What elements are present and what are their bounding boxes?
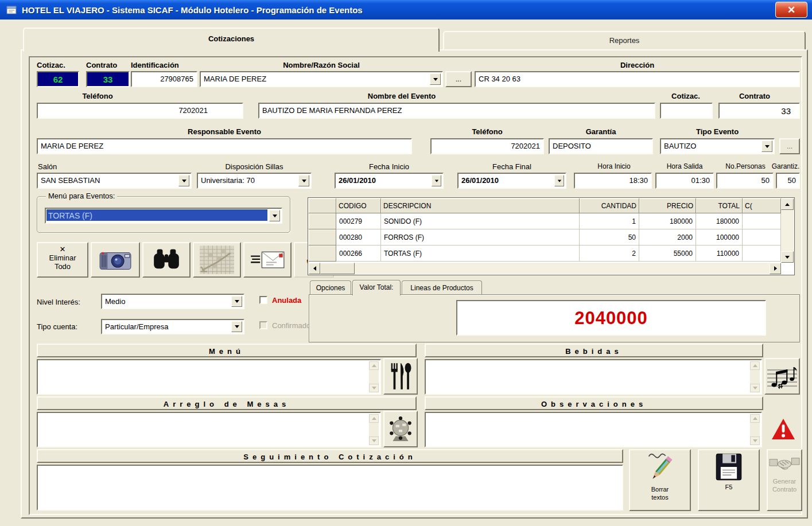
- grid-cell-extra[interactable]: [743, 229, 781, 246]
- tipo-evento-browse-button[interactable]: ...: [779, 138, 800, 154]
- grid-cell-codigo[interactable]: 000280: [336, 229, 381, 246]
- arreglo-button[interactable]: [383, 411, 418, 447]
- grid-cell-extra[interactable]: [743, 246, 781, 262]
- scroll-up-button[interactable]: [750, 361, 760, 370]
- salon-combo[interactable]: SAN SEBASTIAN: [37, 173, 192, 189]
- contrato2-field[interactable]: 33: [718, 103, 800, 119]
- salon-dropdown-button[interactable]: [178, 175, 189, 186]
- fecha-inicio-picker[interactable]: 26/01/2010: [335, 173, 444, 189]
- grid-cell-codigo[interactable]: 000279: [336, 213, 381, 229]
- hora-inicio-field[interactable]: 18:30: [574, 173, 652, 189]
- scroll-down-button[interactable]: [369, 384, 379, 392]
- disposicion-dropdown-button[interactable]: [298, 175, 309, 186]
- nombre-evento-field[interactable]: BAUTIZO DE MARIA FERNANDA PEREZ: [258, 103, 655, 119]
- nivel-interes-combo[interactable]: Medio: [101, 294, 244, 309]
- grid-scroll-down-button[interactable]: [781, 251, 794, 263]
- report-button[interactable]: [193, 242, 241, 278]
- grid-cell-total[interactable]: 180000: [696, 213, 743, 229]
- menu-eventos-combo[interactable]: TORTAS (F): [45, 208, 282, 224]
- scroll-up-button[interactable]: [369, 361, 379, 370]
- grid-hscroll-thumb[interactable]: [320, 263, 355, 274]
- grid-header-cantidad[interactable]: CANTIDAD: [580, 198, 639, 213]
- scroll-up-button[interactable]: [750, 414, 760, 423]
- fecha-inicio-dropdown-button[interactable]: [432, 175, 441, 186]
- grid-cell-cantidad[interactable]: 50: [580, 229, 639, 246]
- menu-textarea[interactable]: [37, 359, 381, 395]
- menu-scrollbar[interactable]: [369, 361, 379, 392]
- grid-row-selector[interactable]: [309, 229, 336, 246]
- grid-header-codigo[interactable]: CODIGO: [336, 198, 381, 213]
- garantiz-field[interactable]: 50: [776, 173, 800, 189]
- seguimiento-textarea[interactable]: [37, 465, 623, 511]
- fecha-final-dropdown-button[interactable]: [554, 175, 564, 186]
- bebidas-button[interactable]: [764, 358, 800, 395]
- close-button[interactable]: ✕: [775, 2, 807, 18]
- grid-header-extra[interactable]: C(: [743, 198, 781, 213]
- hora-salida-field[interactable]: 01:30: [655, 173, 714, 189]
- cotizac2-field[interactable]: [660, 103, 713, 119]
- grid-cell-precio[interactable]: 2000: [639, 229, 696, 246]
- scroll-down-button[interactable]: [750, 384, 760, 392]
- telefono2-field[interactable]: 7202021: [430, 138, 544, 154]
- observaciones-textarea[interactable]: [425, 412, 762, 447]
- nombre-browse-button[interactable]: ...: [445, 71, 472, 87]
- tipo-cuenta-combo[interactable]: Particular/Empresa: [101, 319, 244, 334]
- tab-cotizaciones[interactable]: Cotizaciones: [23, 28, 440, 52]
- grid-cell-cantidad[interactable]: 2: [580, 246, 639, 262]
- observaciones-scrollbar[interactable]: [750, 414, 760, 445]
- identificacion-field[interactable]: 27908765: [131, 71, 197, 87]
- grid-scroll-up-button[interactable]: [781, 198, 794, 210]
- tipo-evento-dropdown-button[interactable]: [762, 141, 772, 152]
- grid-scroll-right-button[interactable]: [770, 263, 781, 274]
- grid-cell-descripcion[interactable]: TORTAS (F): [381, 246, 580, 262]
- grid-header-descripcion[interactable]: DESCRIPCION: [381, 198, 580, 213]
- menu-button[interactable]: [383, 358, 418, 395]
- tab-valor-total[interactable]: Valor Total:: [352, 280, 401, 295]
- observaciones-warning-button[interactable]: [767, 411, 800, 447]
- scroll-down-button[interactable]: [750, 437, 760, 445]
- tab-opciones[interactable]: Opciones: [310, 280, 351, 295]
- tab-reportes[interactable]: Reportes: [443, 31, 806, 49]
- save-f5-button[interactable]: F5: [698, 449, 760, 511]
- direccion-field[interactable]: CR 34 20 63: [475, 71, 800, 87]
- camera-button[interactable]: [91, 242, 140, 278]
- grid-cell-total[interactable]: 110000: [696, 246, 743, 262]
- nombre-razon-combo[interactable]: MARIA DE PEREZ: [200, 71, 443, 87]
- arreglo-scrollbar[interactable]: [369, 414, 379, 445]
- grid-cell-cantidad[interactable]: 1: [580, 213, 639, 229]
- grid-cell-precio[interactable]: 180000: [639, 213, 696, 229]
- arreglo-textarea[interactable]: [37, 412, 381, 447]
- bebidas-textarea[interactable]: [425, 359, 762, 395]
- grid-hscrollbar[interactable]: [309, 263, 781, 274]
- grid-cell-total[interactable]: 100000: [696, 229, 743, 246]
- scroll-down-button[interactable]: [369, 437, 379, 445]
- disposicion-combo[interactable]: Universitaria: 70: [197, 173, 312, 189]
- nombre-dropdown-button[interactable]: [430, 73, 441, 85]
- responsable-field[interactable]: MARIA DE PEREZ: [37, 138, 412, 154]
- tipo-cuenta-dropdown-button[interactable]: [231, 321, 242, 332]
- grid-cell-descripcion[interactable]: SONIDO (F): [381, 213, 580, 229]
- grid-cell-descripcion[interactable]: FORROS (F): [381, 229, 580, 246]
- grid-cell-codigo[interactable]: 000266: [336, 246, 381, 262]
- grid-row-selector[interactable]: [309, 213, 336, 229]
- anulada-checkbox[interactable]: [259, 296, 267, 304]
- scroll-up-button[interactable]: [369, 414, 379, 423]
- garantia-field[interactable]: DEPOSITO: [549, 138, 653, 154]
- personas-field[interactable]: 50: [716, 173, 774, 189]
- grid-header-total[interactable]: TOTAL: [696, 198, 743, 213]
- mail-button[interactable]: [243, 242, 292, 278]
- telefono-field[interactable]: 7202021: [37, 103, 243, 119]
- tab-lineas-productos[interactable]: Lineas de Productos: [402, 280, 482, 295]
- tipo-evento-combo[interactable]: BAUTIZO: [660, 138, 775, 154]
- menu-eventos-dropdown-button[interactable]: [269, 210, 280, 221]
- borrar-textos-button[interactable]: Borrar textos: [629, 449, 691, 511]
- grid-row-selector[interactable]: [309, 246, 336, 262]
- grid-cell-extra[interactable]: [743, 213, 781, 229]
- grid-scroll-left-button[interactable]: [309, 263, 320, 274]
- bebidas-scrollbar[interactable]: [750, 361, 760, 392]
- nivel-dropdown-button[interactable]: [231, 296, 242, 307]
- grid-header-precio[interactable]: PRECIO: [639, 198, 696, 213]
- fecha-final-picker[interactable]: 26/01/2010: [457, 173, 566, 189]
- grid-cell-precio[interactable]: 55000: [639, 246, 696, 262]
- search-button[interactable]: [142, 242, 191, 278]
